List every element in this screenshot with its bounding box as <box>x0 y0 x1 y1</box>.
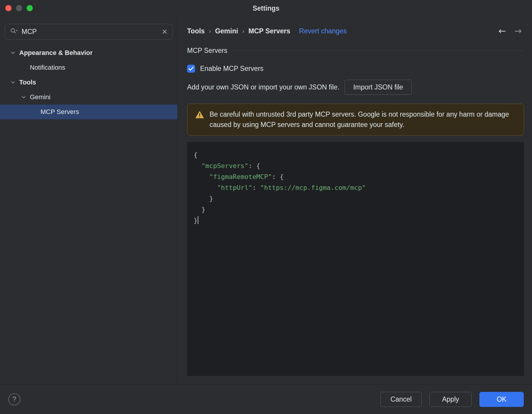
search-input[interactable] <box>22 28 158 36</box>
sidebar-item-label: MCP Servers <box>40 108 79 116</box>
breadcrumb-item-gemini[interactable]: Gemini <box>215 27 238 35</box>
warning-text: Be careful with untrusted 3rd party MCP … <box>210 109 514 130</box>
cancel-button[interactable]: Cancel <box>380 392 422 407</box>
code-line: } <box>194 215 518 226</box>
sidebar-item-mcp-servers[interactable]: MCP Servers <box>0 105 177 119</box>
sidebar-item-gemini[interactable]: Gemini <box>0 90 177 105</box>
titlebar: Settings <box>0 0 532 17</box>
text-cursor <box>198 216 198 224</box>
search-icon[interactable] <box>10 27 18 37</box>
enable-mcp-checkbox[interactable] <box>187 65 195 73</box>
settings-sidebar: ✕ Appearance & BehaviorNotificationsTool… <box>0 17 178 384</box>
dialog-footer: ? Cancel Apply OK <box>0 384 532 414</box>
enable-mcp-row: Enable MCP Servers <box>187 65 524 73</box>
traffic-lights <box>5 5 33 11</box>
code-line: "httpUrl": "https://mcp.figma.com/mcp" <box>194 182 518 193</box>
warning-banner: Be careful with untrusted 3rd party MCP … <box>187 104 524 136</box>
minimize-window-button[interactable] <box>16 5 22 11</box>
apply-button[interactable]: Apply <box>429 392 472 407</box>
warning-icon <box>195 110 204 120</box>
ok-button[interactable]: OK <box>479 392 524 407</box>
sidebar-item-label: Gemini <box>30 93 51 101</box>
clear-search-icon[interactable]: ✕ <box>162 28 168 35</box>
mcp-json-editor[interactable]: { "mcpServers": { "figmaRemoteMCP": { "h… <box>187 142 524 376</box>
section-header: MCP Servers <box>187 47 524 55</box>
settings-content: Tools › Gemini › MCP Servers Revert chan… <box>178 17 532 384</box>
chevron-down-icon[interactable] <box>11 81 19 84</box>
section-title: MCP Servers <box>187 47 227 55</box>
sidebar-item-notifications[interactable]: Notifications <box>0 60 177 75</box>
main-area: ✕ Appearance & BehaviorNotificationsTool… <box>0 17 532 384</box>
breadcrumb-item-mcp-servers[interactable]: MCP Servers <box>249 27 291 35</box>
breadcrumb-item-tools[interactable]: Tools <box>187 27 205 35</box>
sidebar-item-label: Appearance & Behavior <box>19 49 93 57</box>
json-editor-code: { "mcpServers": { "figmaRemoteMCP": { "h… <box>187 142 524 233</box>
code-line: { <box>194 149 518 160</box>
chevron-down-icon[interactable] <box>22 96 30 99</box>
code-line: } <box>194 193 518 204</box>
history-nav: ← → <box>499 27 524 35</box>
help-icon[interactable]: ? <box>8 393 20 405</box>
content-header: Tools › Gemini › MCP Servers Revert chan… <box>187 27 524 35</box>
sidebar-item-label: Notifications <box>30 64 65 71</box>
code-line: "figmaRemoteMCP": { <box>194 171 518 182</box>
sidebar-item-label: Tools <box>19 79 36 86</box>
import-json-file-button[interactable]: Import JSON file <box>345 80 412 95</box>
settings-window: Settings ✕ Appearance & BehaviorNotifica… <box>0 0 532 414</box>
window-title: Settings <box>253 4 280 12</box>
code-line: } <box>194 204 518 215</box>
forward-icon[interactable]: → <box>514 27 522 35</box>
import-description: Add your own JSON or import your own JSO… <box>187 83 339 91</box>
zoom-window-button[interactable] <box>27 5 33 11</box>
enable-mcp-label: Enable MCP Servers <box>200 65 263 73</box>
sidebar-item-tools[interactable]: Tools <box>0 75 177 90</box>
breadcrumb-separator-icon: › <box>209 27 211 35</box>
settings-search-box[interactable]: ✕ <box>5 24 173 40</box>
revert-changes-link[interactable]: Revert changes <box>299 27 347 35</box>
breadcrumb-separator-icon: › <box>242 27 244 35</box>
back-icon[interactable]: ← <box>499 27 506 35</box>
close-window-button[interactable] <box>5 5 12 11</box>
import-row: Add your own JSON or import your own JSO… <box>187 80 524 95</box>
chevron-down-icon[interactable] <box>11 52 19 54</box>
code-line: "mcpServers": { <box>194 160 518 171</box>
sidebar-item-appearance-behavior[interactable]: Appearance & Behavior <box>0 45 177 60</box>
section-divider <box>233 50 524 51</box>
settings-tree: Appearance & BehaviorNotificationsToolsG… <box>0 45 177 119</box>
